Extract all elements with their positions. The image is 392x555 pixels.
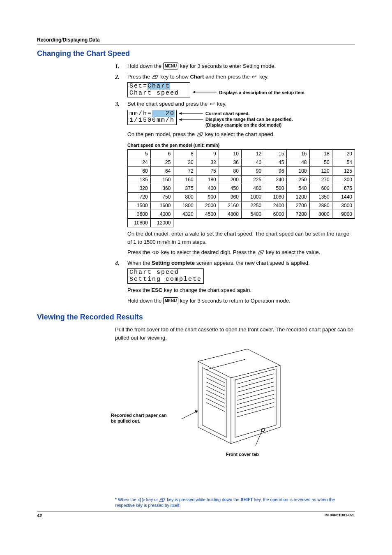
speed-cell: 60 (128, 167, 151, 176)
step-1: 1. Hold down the MENU key for 3 seconds … (115, 62, 355, 70)
speed-cell: 36 (219, 158, 241, 167)
speed-cell: 64 (150, 167, 173, 176)
lcd-display-set-chart: Set=Chart Chart speed (127, 82, 190, 97)
speed-cell: 2160 (219, 201, 241, 210)
speed-cell: 3600 (128, 210, 151, 219)
menu-hold-instruction: Hold down the MENU key for 3 seconds to … (127, 297, 355, 305)
menu-key-badge: MENU (163, 297, 178, 304)
speed-cell: 800 (173, 193, 196, 201)
speed-cell: 1800 (173, 201, 196, 210)
footnote-shift-key: * When the key or key is pressed while h… (115, 497, 355, 508)
speed-cell (241, 219, 264, 227)
speed-cell: 1200 (287, 193, 309, 201)
document-id: IM 04P01B01-02E (325, 513, 355, 518)
svg-marker-3 (179, 112, 182, 115)
speed-cell: 8000 (309, 210, 332, 219)
up-down-key-icon (152, 74, 159, 80)
speed-cell: 10 (219, 150, 241, 158)
speed-cell (173, 219, 196, 227)
speed-cell: 2880 (309, 201, 332, 210)
speed-cell: 15 (264, 150, 287, 158)
speed-cell: 96 (264, 167, 287, 176)
speed-cell: 9000 (332, 210, 355, 219)
speed-cell: 4500 (196, 210, 219, 219)
speed-cell: 960 (219, 193, 241, 201)
speed-cell: 9 (196, 150, 219, 158)
speed-cell: 270 (309, 176, 332, 184)
speed-cell: 30 (173, 158, 196, 167)
step-4: 4. When the Setting complete screen appe… (115, 259, 355, 305)
speed-cell: 50 (309, 158, 332, 167)
speed-cell: 2700 (287, 201, 309, 210)
menu-key-badge: MENU (163, 62, 178, 69)
speed-cell: 200 (219, 176, 241, 184)
speed-cell: 18 (309, 150, 332, 158)
speed-cell: 48 (287, 158, 309, 167)
speed-cell: 2000 (196, 201, 219, 210)
speed-cell: 320 (128, 184, 151, 193)
viewing-results-para: Pull the front cover tab of the chart ca… (115, 326, 355, 342)
speed-cell: 25 (150, 158, 173, 167)
label-recorded-paper: Recorded chart paper can be pulled out. (111, 413, 173, 423)
speed-cell: 40 (241, 158, 264, 167)
speed-cell (219, 219, 241, 227)
speed-cell: 7200 (287, 210, 309, 219)
speed-cell: 5 (128, 150, 151, 158)
speed-cell: 6 (150, 150, 173, 158)
speed-cell: 54 (332, 158, 355, 167)
speed-cell: 375 (173, 184, 196, 193)
speed-cell: 300 (332, 176, 355, 184)
svg-marker-5 (179, 118, 182, 121)
speed-cell: 8 (173, 150, 196, 158)
speed-cell: 4320 (173, 210, 196, 219)
step-2: 2. Press the key to show Chart and then … (115, 73, 355, 98)
up-down-key-icon (196, 131, 204, 137)
annotation-chart-speed: Current chart speed. Displays the range … (205, 111, 293, 128)
step-3: 3. Set the chart speed and press the key… (115, 100, 355, 257)
speed-cell: 6000 (264, 210, 287, 219)
speed-cell: 480 (241, 184, 264, 193)
speed-cell: 1500 (128, 201, 151, 210)
running-header: Recording/Displaying Data (37, 37, 355, 44)
page-footer: 42 IM 04P01B01-02E (37, 511, 355, 518)
speed-cell: 135 (128, 176, 151, 184)
speed-cell: 12 (241, 150, 264, 158)
annotation-arrow-icon (177, 110, 205, 124)
speed-cell: 4800 (219, 210, 241, 219)
speed-cell: 5400 (241, 210, 264, 219)
lcd-display-mm-h: mm/h= 201/1500mm/h (127, 110, 177, 125)
speed-cell: 450 (219, 184, 241, 193)
speed-cell: 675 (332, 184, 355, 193)
speed-table-caption: Chart speed on the pen model (unit: mm/h… (127, 142, 355, 149)
up-down-key-icon (159, 497, 166, 502)
svg-marker-7 (195, 410, 198, 413)
left-right-key-icon (152, 249, 160, 255)
speed-cell: 1350 (309, 193, 332, 201)
speed-cell: 1000 (241, 193, 264, 201)
svg-marker-1 (193, 91, 195, 93)
speed-cell: 10800 (128, 219, 151, 227)
device-illustration (173, 345, 297, 460)
speed-cell (332, 219, 355, 227)
speed-cell: 180 (196, 176, 219, 184)
label-front-cover-tab: Front cover tab (218, 452, 267, 457)
speed-cell: 16 (287, 150, 309, 158)
speed-cell: 225 (241, 176, 264, 184)
speed-cell (287, 219, 309, 227)
speed-cell: 160 (173, 176, 196, 184)
speed-cell: 4000 (150, 210, 173, 219)
speed-cell: 1600 (150, 201, 173, 210)
lcd-display-setting-complete: Chart speed Setting complete (127, 268, 204, 284)
speed-cell: 750 (150, 193, 173, 201)
speed-cell: 120 (309, 167, 332, 176)
left-right-key-icon (138, 497, 145, 502)
section-heading-viewing-results: Viewing the Recorded Results (37, 313, 355, 321)
speed-cell: 3000 (332, 201, 355, 210)
speed-cell: 45 (264, 158, 287, 167)
section-heading-chart-speed: Changing the Chart Speed (37, 49, 355, 58)
speed-cell: 400 (196, 184, 219, 193)
speed-cell: 720 (128, 193, 151, 201)
dot-model-para-2: Press the key to select the desired digi… (127, 248, 355, 257)
annotation-arrow-icon (190, 82, 219, 96)
speed-cell: 75 (196, 167, 219, 176)
